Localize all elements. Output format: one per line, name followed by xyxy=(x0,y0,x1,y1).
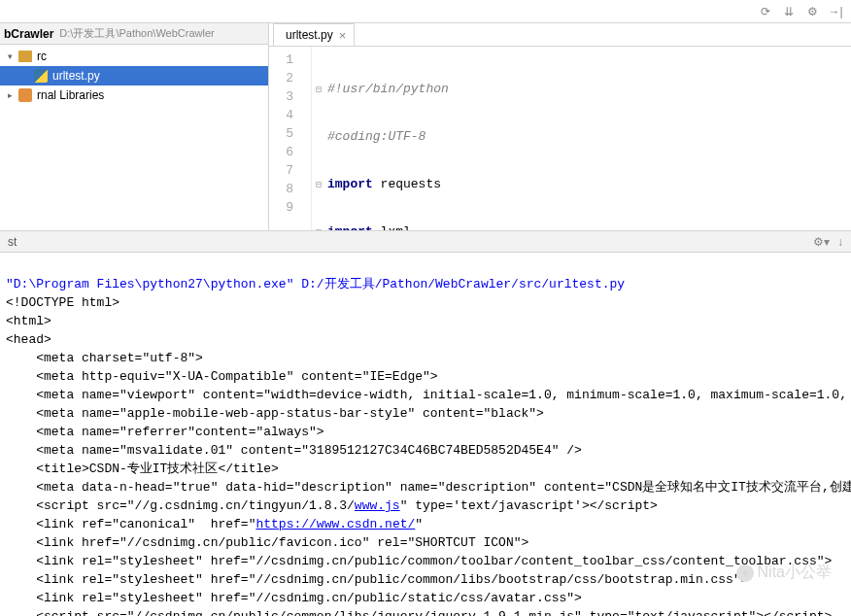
project-header[interactable]: bCrawler D:\开发工具\Pathon\WebCrawler xyxy=(0,23,268,45)
tab-urltest[interactable]: urltest.py × xyxy=(273,23,355,46)
link-wwwjs[interactable]: www.js xyxy=(355,498,400,513)
folder-icon xyxy=(17,49,33,64)
tree-external-libs[interactable]: ▸ rnal Libraries xyxy=(0,86,268,105)
main-area: bCrawler D:\开发工具\Pathon\WebCrawler ▾ rc … xyxy=(0,23,851,230)
tree-file-urltest[interactable]: urltest.py xyxy=(0,66,268,86)
library-icon xyxy=(17,87,33,103)
sync-icon[interactable]: ⟳ xyxy=(758,4,773,19)
chevron-right-icon: ▸ xyxy=(8,90,17,100)
project-tree: ▾ rc urltest.py ▸ rnal Libraries xyxy=(0,45,268,230)
tab-label: urltest.py xyxy=(286,28,333,42)
editor-area: urltest.py × 1 2 3 4 5 6 7 8 9 ⊟#!usr/bi… xyxy=(269,23,851,230)
tree-label: rc xyxy=(37,50,47,63)
editor-tabs: urltest.py × xyxy=(269,23,851,47)
line-gutter: 1 2 3 4 5 6 7 8 9 xyxy=(269,47,312,230)
run-panel-title: st xyxy=(8,235,17,249)
run-panel-header[interactable]: st ⚙▾ ↓ xyxy=(0,231,851,253)
project-name: bCrawler xyxy=(4,27,53,41)
download-icon[interactable]: ↓ xyxy=(837,235,843,249)
gear-icon[interactable]: ⚙ xyxy=(804,4,820,19)
run-panel: st ⚙▾ ↓ "D:\Program Files\python27\pytho… xyxy=(0,230,851,616)
close-icon[interactable]: × xyxy=(339,28,347,43)
collapse-icon[interactable]: ⇊ xyxy=(781,4,797,19)
chevron-down-icon: ▾ xyxy=(8,51,17,61)
project-path: D:\开发工具\Pathon\WebCrawler xyxy=(59,26,214,41)
project-sidebar: bCrawler D:\开发工具\Pathon\WebCrawler ▾ rc … xyxy=(0,23,269,230)
gear-icon[interactable]: ⚙▾ xyxy=(813,235,830,249)
code-content[interactable]: ⊟#!usr/bin/python #coding:UTF-8 ⊟import … xyxy=(312,47,851,230)
link-csdn[interactable]: https://www.csdn.net/ xyxy=(255,517,415,531)
tree-label: rnal Libraries xyxy=(37,88,104,102)
top-toolbar: ⟳ ⇊ ⚙ →| xyxy=(0,0,851,23)
hide-icon[interactable]: →| xyxy=(828,4,843,19)
code-editor[interactable]: 1 2 3 4 5 6 7 8 9 ⊟#!usr/bin/python #cod… xyxy=(269,47,851,230)
python-file-icon xyxy=(33,68,49,84)
tree-label: urltest.py xyxy=(52,69,100,83)
console-output[interactable]: "D:\Program Files\python27\python.exe" D… xyxy=(0,253,851,616)
tree-folder-src[interactable]: ▾ rc xyxy=(0,47,268,66)
